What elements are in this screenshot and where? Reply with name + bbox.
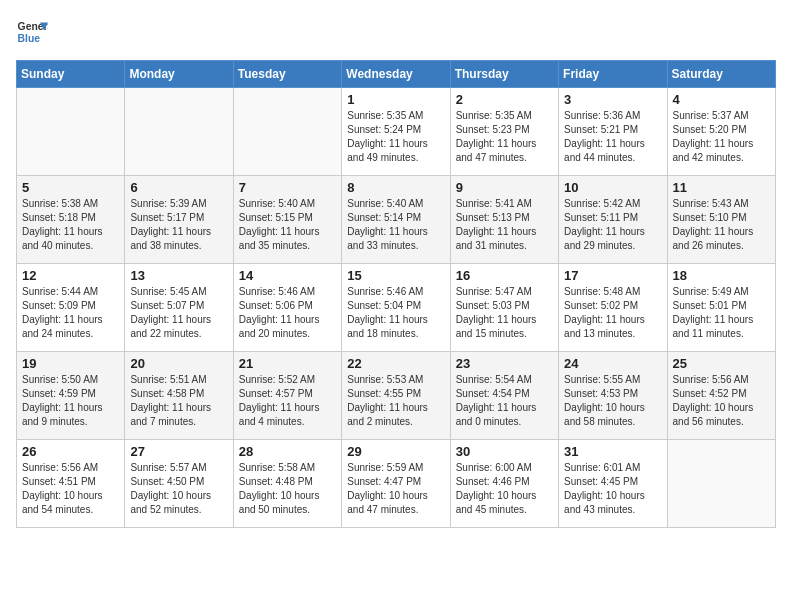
- day-number: 27: [130, 444, 227, 459]
- cell-text: Sunrise: 5:57 AM Sunset: 4:50 PM Dayligh…: [130, 461, 227, 517]
- day-number: 29: [347, 444, 444, 459]
- weekday-header: Friday: [559, 61, 667, 88]
- cell-text: Sunrise: 5:37 AM Sunset: 5:20 PM Dayligh…: [673, 109, 770, 165]
- day-number: 10: [564, 180, 661, 195]
- day-number: 11: [673, 180, 770, 195]
- calendar-table: SundayMondayTuesdayWednesdayThursdayFrid…: [16, 60, 776, 528]
- calendar-cell: 20Sunrise: 5:51 AM Sunset: 4:58 PM Dayli…: [125, 352, 233, 440]
- calendar-cell: [667, 440, 775, 528]
- calendar-cell: 18Sunrise: 5:49 AM Sunset: 5:01 PM Dayli…: [667, 264, 775, 352]
- day-number: 15: [347, 268, 444, 283]
- cell-text: Sunrise: 5:44 AM Sunset: 5:09 PM Dayligh…: [22, 285, 119, 341]
- day-number: 4: [673, 92, 770, 107]
- day-number: 16: [456, 268, 553, 283]
- logo-icon: General Blue: [16, 16, 48, 48]
- cell-text: Sunrise: 5:35 AM Sunset: 5:23 PM Dayligh…: [456, 109, 553, 165]
- calendar-cell: [17, 88, 125, 176]
- calendar-cell: 28Sunrise: 5:58 AM Sunset: 4:48 PM Dayli…: [233, 440, 341, 528]
- cell-text: Sunrise: 5:56 AM Sunset: 4:51 PM Dayligh…: [22, 461, 119, 517]
- cell-text: Sunrise: 5:38 AM Sunset: 5:18 PM Dayligh…: [22, 197, 119, 253]
- calendar-cell: 7Sunrise: 5:40 AM Sunset: 5:15 PM Daylig…: [233, 176, 341, 264]
- calendar-cell: 5Sunrise: 5:38 AM Sunset: 5:18 PM Daylig…: [17, 176, 125, 264]
- cell-text: Sunrise: 5:56 AM Sunset: 4:52 PM Dayligh…: [673, 373, 770, 429]
- calendar-cell: 15Sunrise: 5:46 AM Sunset: 5:04 PM Dayli…: [342, 264, 450, 352]
- cell-text: Sunrise: 5:53 AM Sunset: 4:55 PM Dayligh…: [347, 373, 444, 429]
- day-number: 13: [130, 268, 227, 283]
- day-number: 30: [456, 444, 553, 459]
- page-header: General Blue: [16, 16, 776, 48]
- day-number: 18: [673, 268, 770, 283]
- calendar-cell: 19Sunrise: 5:50 AM Sunset: 4:59 PM Dayli…: [17, 352, 125, 440]
- cell-text: Sunrise: 5:59 AM Sunset: 4:47 PM Dayligh…: [347, 461, 444, 517]
- day-number: 2: [456, 92, 553, 107]
- day-number: 25: [673, 356, 770, 371]
- cell-text: Sunrise: 5:42 AM Sunset: 5:11 PM Dayligh…: [564, 197, 661, 253]
- calendar-cell: 14Sunrise: 5:46 AM Sunset: 5:06 PM Dayli…: [233, 264, 341, 352]
- day-number: 7: [239, 180, 336, 195]
- calendar-cell: 6Sunrise: 5:39 AM Sunset: 5:17 PM Daylig…: [125, 176, 233, 264]
- calendar-cell: 29Sunrise: 5:59 AM Sunset: 4:47 PM Dayli…: [342, 440, 450, 528]
- weekday-header: Tuesday: [233, 61, 341, 88]
- cell-text: Sunrise: 5:49 AM Sunset: 5:01 PM Dayligh…: [673, 285, 770, 341]
- calendar-cell: 4Sunrise: 5:37 AM Sunset: 5:20 PM Daylig…: [667, 88, 775, 176]
- cell-text: Sunrise: 5:41 AM Sunset: 5:13 PM Dayligh…: [456, 197, 553, 253]
- cell-text: Sunrise: 5:51 AM Sunset: 4:58 PM Dayligh…: [130, 373, 227, 429]
- calendar-cell: 8Sunrise: 5:40 AM Sunset: 5:14 PM Daylig…: [342, 176, 450, 264]
- day-number: 6: [130, 180, 227, 195]
- day-number: 1: [347, 92, 444, 107]
- cell-text: Sunrise: 5:45 AM Sunset: 5:07 PM Dayligh…: [130, 285, 227, 341]
- weekday-header: Sunday: [17, 61, 125, 88]
- calendar-cell: 31Sunrise: 6:01 AM Sunset: 4:45 PM Dayli…: [559, 440, 667, 528]
- calendar-cell: [125, 88, 233, 176]
- calendar-week-row: 12Sunrise: 5:44 AM Sunset: 5:09 PM Dayli…: [17, 264, 776, 352]
- logo: General Blue: [16, 16, 48, 48]
- day-number: 24: [564, 356, 661, 371]
- cell-text: Sunrise: 5:46 AM Sunset: 5:04 PM Dayligh…: [347, 285, 444, 341]
- calendar-week-row: 19Sunrise: 5:50 AM Sunset: 4:59 PM Dayli…: [17, 352, 776, 440]
- calendar-cell: 24Sunrise: 5:55 AM Sunset: 4:53 PM Dayli…: [559, 352, 667, 440]
- cell-text: Sunrise: 5:40 AM Sunset: 5:14 PM Dayligh…: [347, 197, 444, 253]
- day-number: 17: [564, 268, 661, 283]
- cell-text: Sunrise: 6:01 AM Sunset: 4:45 PM Dayligh…: [564, 461, 661, 517]
- calendar-week-row: 1Sunrise: 5:35 AM Sunset: 5:24 PM Daylig…: [17, 88, 776, 176]
- day-number: 12: [22, 268, 119, 283]
- calendar-week-row: 5Sunrise: 5:38 AM Sunset: 5:18 PM Daylig…: [17, 176, 776, 264]
- day-number: 19: [22, 356, 119, 371]
- calendar-cell: 17Sunrise: 5:48 AM Sunset: 5:02 PM Dayli…: [559, 264, 667, 352]
- day-number: 31: [564, 444, 661, 459]
- cell-text: Sunrise: 5:50 AM Sunset: 4:59 PM Dayligh…: [22, 373, 119, 429]
- day-number: 22: [347, 356, 444, 371]
- day-number: 3: [564, 92, 661, 107]
- calendar-cell: 22Sunrise: 5:53 AM Sunset: 4:55 PM Dayli…: [342, 352, 450, 440]
- cell-text: Sunrise: 5:48 AM Sunset: 5:02 PM Dayligh…: [564, 285, 661, 341]
- calendar-cell: 12Sunrise: 5:44 AM Sunset: 5:09 PM Dayli…: [17, 264, 125, 352]
- calendar-cell: 25Sunrise: 5:56 AM Sunset: 4:52 PM Dayli…: [667, 352, 775, 440]
- weekday-header: Saturday: [667, 61, 775, 88]
- calendar-header: SundayMondayTuesdayWednesdayThursdayFrid…: [17, 61, 776, 88]
- calendar-cell: 9Sunrise: 5:41 AM Sunset: 5:13 PM Daylig…: [450, 176, 558, 264]
- cell-text: Sunrise: 5:43 AM Sunset: 5:10 PM Dayligh…: [673, 197, 770, 253]
- calendar-body: 1Sunrise: 5:35 AM Sunset: 5:24 PM Daylig…: [17, 88, 776, 528]
- calendar-cell: [233, 88, 341, 176]
- calendar-cell: 27Sunrise: 5:57 AM Sunset: 4:50 PM Dayli…: [125, 440, 233, 528]
- day-number: 20: [130, 356, 227, 371]
- calendar-cell: 10Sunrise: 5:42 AM Sunset: 5:11 PM Dayli…: [559, 176, 667, 264]
- calendar-cell: 11Sunrise: 5:43 AM Sunset: 5:10 PM Dayli…: [667, 176, 775, 264]
- day-number: 9: [456, 180, 553, 195]
- cell-text: Sunrise: 5:52 AM Sunset: 4:57 PM Dayligh…: [239, 373, 336, 429]
- day-number: 14: [239, 268, 336, 283]
- day-number: 26: [22, 444, 119, 459]
- weekday-header: Thursday: [450, 61, 558, 88]
- cell-text: Sunrise: 5:40 AM Sunset: 5:15 PM Dayligh…: [239, 197, 336, 253]
- calendar-cell: 21Sunrise: 5:52 AM Sunset: 4:57 PM Dayli…: [233, 352, 341, 440]
- weekday-header: Wednesday: [342, 61, 450, 88]
- cell-text: Sunrise: 5:54 AM Sunset: 4:54 PM Dayligh…: [456, 373, 553, 429]
- day-number: 21: [239, 356, 336, 371]
- calendar-cell: 16Sunrise: 5:47 AM Sunset: 5:03 PM Dayli…: [450, 264, 558, 352]
- cell-text: Sunrise: 6:00 AM Sunset: 4:46 PM Dayligh…: [456, 461, 553, 517]
- calendar-week-row: 26Sunrise: 5:56 AM Sunset: 4:51 PM Dayli…: [17, 440, 776, 528]
- cell-text: Sunrise: 5:35 AM Sunset: 5:24 PM Dayligh…: [347, 109, 444, 165]
- calendar-cell: 1Sunrise: 5:35 AM Sunset: 5:24 PM Daylig…: [342, 88, 450, 176]
- cell-text: Sunrise: 5:39 AM Sunset: 5:17 PM Dayligh…: [130, 197, 227, 253]
- day-number: 23: [456, 356, 553, 371]
